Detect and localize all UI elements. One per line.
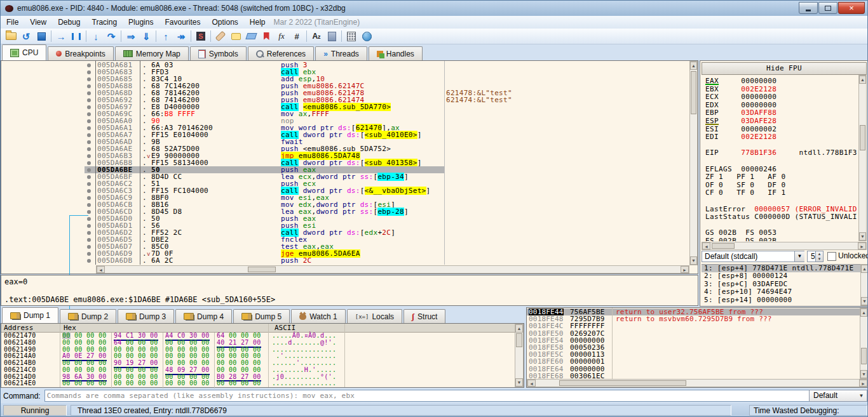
- execute-till-return-icon[interactable]: ↑: [158, 29, 173, 43]
- step-into-icon[interactable]: ↓: [88, 29, 104, 43]
- calculator-icon[interactable]: [344, 29, 359, 43]
- dump-tab-dump-3[interactable]: Dump 3: [118, 309, 174, 323]
- globe-icon[interactable]: [359, 29, 374, 43]
- breakpoint-bullet[interactable]: [87, 210, 91, 214]
- menu-view[interactable]: View: [24, 17, 52, 28]
- dump-tab-watch-1[interactable]: Watch 1: [291, 309, 346, 323]
- patches-icon[interactable]: [213, 29, 228, 43]
- arg-row[interactable]: 4: [esp+10] 74694E47: [702, 288, 860, 296]
- dump-tab-struct[interactable]: ʃStruct: [403, 309, 445, 323]
- registers-vscrollbar[interactable]: ▲▼: [858, 75, 867, 241]
- breakpoint-bullet[interactable]: [87, 140, 91, 144]
- scroll-thumb[interactable]: [248, 267, 276, 272]
- menu-favourites[interactable]: Favourites: [159, 17, 206, 28]
- breakpoint-bullet[interactable]: [87, 231, 91, 235]
- menu-debug[interactable]: Debug: [52, 17, 86, 28]
- step-over-icon[interactable]: ↷: [104, 29, 119, 43]
- breakpoint-bullet[interactable]: [87, 112, 91, 116]
- breakpoint-bullet[interactable]: [87, 161, 91, 165]
- comments-icon[interactable]: [228, 29, 243, 43]
- breakpoint-bullet[interactable]: [87, 182, 91, 186]
- stack-vscrollbar[interactable]: ▲▼: [860, 308, 868, 379]
- breakpoint-bullet[interactable]: [87, 168, 91, 172]
- open-file-icon[interactable]: [3, 29, 18, 43]
- breakpoint-bullet[interactable]: [87, 105, 91, 109]
- dump-tab-dump-1[interactable]: Dump 1: [2, 307, 58, 323]
- breakpoint-bullet[interactable]: [87, 147, 91, 151]
- run-to-user-code-icon[interactable]: ↠: [173, 29, 189, 43]
- menu-tracing[interactable]: Tracing: [86, 17, 123, 28]
- scylla-icon[interactable]: S: [193, 29, 208, 43]
- dump-row[interactable]: 006214E000 00 00 0000 00 00 0000 00 00 0…: [1, 380, 515, 387]
- breakpoint-bullet[interactable]: [87, 91, 91, 95]
- breakpoint-bullet[interactable]: [87, 259, 91, 263]
- register-line[interactable]: ZF 1 PF 1 AF 0: [705, 173, 857, 182]
- breakpoint-bullet[interactable]: [87, 238, 91, 242]
- calling-convention-select[interactable]: Default (stdcall): [702, 251, 804, 262]
- run-icon[interactable]: →: [53, 29, 69, 43]
- dump-tab-dump-5[interactable]: Dump 5: [233, 309, 290, 323]
- minimize-button[interactable]: [799, 2, 818, 14]
- menu-options[interactable]: Options: [206, 17, 243, 28]
- tab-breakpoints[interactable]: Breakpoints: [48, 46, 113, 60]
- breakpoint-bullet[interactable]: [87, 203, 91, 207]
- breakpoint-bullet[interactable]: [87, 77, 91, 81]
- menu-file[interactable]: File: [1, 17, 24, 28]
- dump-vscrollbar[interactable]: ▲▼: [515, 324, 524, 387]
- bookmarks-icon[interactable]: [259, 29, 274, 43]
- tab-cpu[interactable]: CPU: [2, 44, 46, 60]
- arg-row[interactable]: 2: [esp+8] 00000124: [702, 272, 860, 280]
- scroll-thumb[interactable]: [712, 243, 735, 249]
- unlocked-checkbox[interactable]: [827, 252, 836, 261]
- dump-tab-dump-4[interactable]: Dump 4: [175, 309, 232, 323]
- labels-icon[interactable]: [243, 29, 259, 43]
- dump-tab-locals[interactable]: [x=]Locals: [347, 309, 402, 323]
- trace-over-icon[interactable]: ⇓: [139, 29, 154, 43]
- breakpoint-bullet[interactable]: [87, 189, 91, 193]
- register-line[interactable]: LastStatus C000000D (STATUS_INVALID: [705, 213, 857, 222]
- trace-coverage-icon[interactable]: #: [289, 29, 304, 43]
- maximize-button[interactable]: [818, 2, 837, 14]
- args-vscrollbar[interactable]: ▲▼: [860, 264, 868, 306]
- close-button[interactable]: ×: [838, 2, 865, 14]
- restart-icon[interactable]: ↺: [18, 29, 34, 43]
- breakpoint-bullet[interactable]: [87, 217, 91, 221]
- functions-icon[interactable]: fx: [274, 29, 289, 43]
- breakpoint-bullet[interactable]: [87, 245, 91, 249]
- breakpoint-bullet[interactable]: [87, 98, 91, 102]
- disasm-hscrollbar[interactable]: ◄►: [96, 265, 689, 274]
- register-line[interactable]: CF 0 TF 0 IF 1: [705, 189, 857, 197]
- source-icon[interactable]: [324, 29, 339, 43]
- command-input[interactable]: [44, 390, 810, 402]
- tab-references[interactable]: References: [248, 46, 314, 60]
- menu-help[interactable]: Help: [244, 17, 271, 28]
- breakpoint-bullet[interactable]: [87, 175, 91, 179]
- stack-row[interactable]: 0018FE6400000000: [527, 366, 860, 373]
- command-profile-select[interactable]: Default▼: [809, 390, 867, 402]
- breakpoint-bullet[interactable]: [87, 119, 91, 123]
- scroll-thumb[interactable]: [860, 125, 865, 150]
- assemble-icon[interactable]: Az: [309, 29, 324, 43]
- dump-tab-dump-2[interactable]: Dump 2: [60, 309, 116, 323]
- stack-hscrollbar[interactable]: ◄►: [527, 379, 868, 387]
- breakpoint-bullet[interactable]: [87, 63, 91, 67]
- register-line[interactable]: ES 002B DS 002B: [705, 237, 857, 241]
- breakpoint-bullet[interactable]: [87, 70, 91, 74]
- stop-icon[interactable]: [34, 29, 49, 43]
- breakpoint-bullet[interactable]: [87, 126, 91, 130]
- disasm-row[interactable]: 005DA6DB.6A 2Cpush 2C: [1, 257, 688, 264]
- register-line[interactable]: EIP 778B1F36 ntdll.778B1F36: [705, 149, 857, 157]
- hide-fpu-button[interactable]: Hide FPU: [702, 62, 867, 75]
- stack-row[interactable]: 0018FE4CFFFFFFFF: [527, 322, 860, 329]
- scroll-thumb[interactable]: [861, 348, 867, 364]
- breakpoint-bullet[interactable]: [87, 224, 91, 228]
- stack-row[interactable]: 0018FE6000000001: [527, 358, 860, 365]
- trace-into-icon[interactable]: ⇒: [123, 29, 139, 43]
- breakpoint-bullet[interactable]: [87, 84, 91, 88]
- register-line[interactable]: EDI 002E2128: [705, 133, 857, 142]
- tab-threads[interactable]: »Threads: [315, 46, 367, 60]
- registers-hscrollbar[interactable]: ◄►: [702, 242, 867, 250]
- pause-icon[interactable]: [69, 29, 84, 43]
- chevron-down-icon[interactable]: ▼: [794, 251, 804, 261]
- breakpoint-bullet[interactable]: [87, 133, 91, 137]
